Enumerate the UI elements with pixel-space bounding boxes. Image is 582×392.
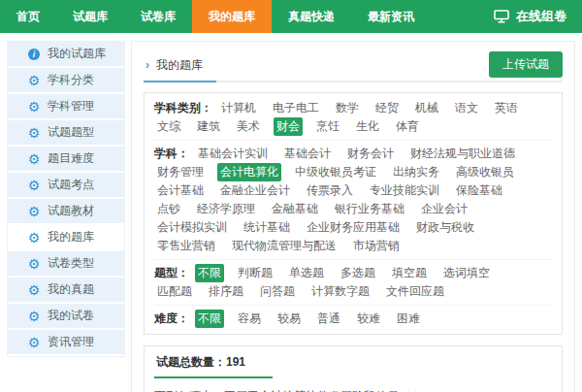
sidebar-item[interactable]: 我的题库 xyxy=(8,225,124,249)
filter-option[interactable]: 建筑 xyxy=(194,117,223,136)
sidebar-item[interactable]: 试题教材 xyxy=(8,199,124,223)
filter-option[interactable]: 传票录入 xyxy=(304,181,356,200)
nav-item[interactable]: 试卷库 xyxy=(124,0,192,33)
filter-option[interactable]: 经贸 xyxy=(372,99,402,117)
filter-option[interactable]: 零售业营销 xyxy=(154,237,218,255)
filter-option[interactable]: 填空题 xyxy=(389,264,430,282)
nav-item[interactable]: 我的题库 xyxy=(192,0,272,33)
gear-icon xyxy=(27,231,41,245)
filter-option[interactable]: 基础会计实训 xyxy=(195,145,271,163)
filter-option[interactable]: 文件回应题 xyxy=(383,282,447,301)
filter-option[interactable]: 财政与税收 xyxy=(413,218,477,237)
upload-question-button[interactable]: 上传试题 xyxy=(489,51,563,78)
filter-option[interactable]: 财务会计 xyxy=(344,145,397,163)
sidebar: 我的试题库 学科分类 学科管理 试题题型 题目难度 试题考点 试题教材 xyxy=(7,41,125,357)
filter-option[interactable]: 普通 xyxy=(314,310,343,328)
filter-option[interactable]: 多选题 xyxy=(338,264,378,282)
sidebar-item-label: 资讯管理 xyxy=(48,334,94,350)
online-assemble-label: 在线组卷 xyxy=(516,8,566,25)
filter-option[interactable]: 统计基础 xyxy=(241,218,293,237)
sidebar-item[interactable]: 学科管理 xyxy=(8,94,124,118)
filter-option[interactable]: 银行业务基础 xyxy=(332,200,407,218)
filter-option[interactable]: 基础会计 xyxy=(281,145,334,163)
filter-option[interactable]: 高级收银员 xyxy=(453,163,517,181)
sidebar-item-label: 我的题库 xyxy=(48,229,94,245)
filter-option[interactable]: 烹饪 xyxy=(313,117,342,136)
online-assemble-button[interactable]: 在线组卷 xyxy=(494,0,582,33)
sidebar-item-label: 学科分类 xyxy=(48,72,94,88)
filter-option[interactable]: 会计电算化 xyxy=(217,163,281,181)
filter-option[interactable]: 中级收银员考证 xyxy=(292,163,379,181)
filter-option[interactable]: 保险基础 xyxy=(453,181,505,200)
filter-option[interactable]: 经济学原理 xyxy=(194,200,258,218)
nav-menu: 首页试题库试卷库我的题库真题快递最新资讯 xyxy=(0,0,431,33)
filter-option[interactable]: 生化 xyxy=(353,117,382,136)
filter-label: 学科： xyxy=(154,147,189,160)
filter-option[interactable]: 单选题 xyxy=(286,264,327,282)
filter-option[interactable]: 美术 xyxy=(234,117,263,136)
filter-option[interactable]: 财会 xyxy=(274,117,303,136)
gear-icon xyxy=(27,48,41,61)
filter-option[interactable]: 判断题 xyxy=(235,264,275,282)
filter-option[interactable]: 选词填空 xyxy=(440,264,493,282)
filter-option[interactable]: 电子电工 xyxy=(270,99,322,117)
filter-option[interactable]: 企业会计 xyxy=(418,200,470,218)
filter-option[interactable]: 排序题 xyxy=(206,282,246,301)
main-content: ›我的题库 上传试题 学科类别：计算机电子电工数学经贸机械语文英语文综建筑美术财… xyxy=(131,41,575,392)
gear-icon xyxy=(27,152,41,166)
filter-option[interactable]: 会计模拟实训 xyxy=(154,218,230,237)
sidebar-item[interactable]: 试题题型 xyxy=(8,120,124,145)
filter-option[interactable]: 不限 xyxy=(195,264,224,282)
sidebar-item-label: 我的试题库 xyxy=(48,46,106,62)
filter-option[interactable]: 企业财务应用基础 xyxy=(304,218,403,237)
sidebar-item[interactable]: 我的试题库 xyxy=(8,42,124,66)
sidebar-item-label: 试题教材 xyxy=(48,203,94,219)
nav-item[interactable]: 最新资讯 xyxy=(351,0,431,33)
nav-item[interactable]: 真题快递 xyxy=(272,0,351,33)
sidebar-item[interactable]: 试卷类型 xyxy=(8,251,124,276)
filter-option[interactable]: 数学 xyxy=(333,99,362,117)
filter-option[interactable]: 金融基础 xyxy=(269,200,321,218)
monitor-icon xyxy=(494,10,509,23)
sidebar-item[interactable]: 试题考点 xyxy=(8,173,124,197)
filter-option[interactable]: 专业技能实训 xyxy=(367,181,442,200)
sidebar-item[interactable]: 我的真题 xyxy=(8,278,124,302)
filter-option[interactable]: 英语 xyxy=(492,99,521,117)
sidebar-item[interactable]: 资讯管理 xyxy=(8,330,124,354)
filter-option[interactable]: 文综 xyxy=(154,117,183,136)
nav-item[interactable]: 首页 xyxy=(0,0,56,33)
filter-option[interactable]: 财经法规与职业道德 xyxy=(407,145,518,163)
question-list-panel: 试题总数量：191 下列各项中，不属于会计核算软件发展阶段的是（ ） A. 人工… xyxy=(144,345,563,392)
filter-option[interactable]: 较易 xyxy=(275,310,304,328)
filter-option[interactable]: 金融企业会计 xyxy=(217,181,293,200)
filter-option[interactable]: 容易 xyxy=(235,310,264,328)
filter-option[interactable]: 语文 xyxy=(452,99,481,117)
gear-icon xyxy=(27,336,41,349)
filter-option[interactable]: 困难 xyxy=(394,310,423,328)
sidebar-item[interactable]: 我的试卷 xyxy=(8,304,124,328)
filter-option[interactable]: 会计基础 xyxy=(154,181,207,200)
filter-option[interactable]: 不限 xyxy=(195,310,224,328)
filter-option[interactable]: 财务管理 xyxy=(154,163,207,181)
sidebar-item-label: 试题题型 xyxy=(48,124,94,141)
breadcrumb: ›我的题库 xyxy=(144,51,216,82)
filter-option[interactable]: 市场营销 xyxy=(350,237,403,255)
sidebar-item[interactable]: 题目难度 xyxy=(8,147,124,171)
filter-option[interactable]: 机械 xyxy=(412,99,441,117)
filter-option[interactable]: 点钞 xyxy=(154,200,183,218)
filter-option[interactable]: 出纳实务 xyxy=(390,163,442,181)
gear-icon xyxy=(27,74,41,87)
page-body: 我的试题库 学科分类 学科管理 试题题型 题目难度 试题考点 试题教材 xyxy=(0,33,582,392)
nav-item[interactable]: 试题库 xyxy=(56,0,124,33)
sidebar-item[interactable]: 学科分类 xyxy=(8,68,124,92)
filter-option[interactable]: 体育 xyxy=(393,117,422,136)
filter-option[interactable]: 现代物流管理与配送 xyxy=(229,237,340,255)
filter-option[interactable]: 计算数字题 xyxy=(308,282,372,301)
filter-option[interactable]: 问答题 xyxy=(257,282,298,301)
filter-panel: 学科类别：计算机电子电工数学经贸机械语文英语文综建筑美术财会烹饪生化体育 学科：… xyxy=(144,92,563,335)
filter-option[interactable]: 匹配题 xyxy=(154,282,195,301)
filter-option[interactable]: 计算机 xyxy=(218,99,259,117)
chevron-right-icon: › xyxy=(146,58,149,72)
filter-row-subject: 学科：基础会计实训基础会计财务会计财经法规与职业道德财务管理会计电算化中级收银员… xyxy=(154,141,552,260)
filter-option[interactable]: 较难 xyxy=(354,310,383,328)
